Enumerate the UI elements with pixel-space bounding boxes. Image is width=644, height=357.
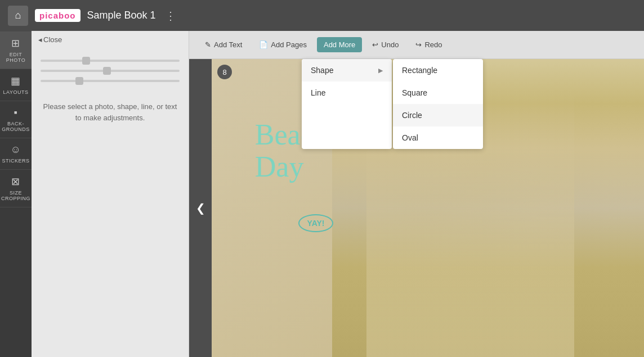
shape-arrow-icon: ▶	[378, 67, 383, 74]
more-options-icon[interactable]: ⋮	[165, 9, 176, 22]
prev-page-icon: ❮	[196, 201, 205, 215]
panel-body: Please select a photo, shape, line, or t…	[32, 48, 189, 357]
stickers-icon: ☺	[11, 144, 21, 156]
slider-thumb-2[interactable]	[103, 67, 111, 75]
shape-menu-item[interactable]: Shape ▶	[302, 59, 392, 82]
sidebar-label-size-cropping: SIZECROPPING	[1, 190, 30, 201]
oval-menu-item[interactable]: Oval	[393, 126, 483, 149]
sidebar-item-size-cropping[interactable]: ⊠ SIZECROPPING	[0, 170, 32, 207]
size-cropping-icon: ⊠	[11, 175, 20, 188]
left-panel: ◂ Close Please select a photo, shape, li…	[32, 31, 189, 357]
shapes-submenu: Rectangle Square Circle Oval	[393, 59, 483, 149]
add-pages-icon: 📄	[259, 40, 268, 49]
line-menu-item[interactable]: Line	[302, 82, 392, 104]
sidebar-item-backgrounds[interactable]: ▪ BACK-GROUNDS	[0, 101, 32, 138]
yay-label: YAY!	[307, 219, 325, 228]
yay-sticker: YAY!	[298, 214, 334, 232]
add-more-label: Add More	[324, 40, 355, 49]
slider-row-1	[41, 60, 180, 62]
add-text-label: Add Text	[214, 40, 242, 49]
slider-row-2	[41, 70, 180, 72]
rectangle-label: Rectangle	[402, 66, 437, 75]
sidebar: ⊞ EDITPHOTO ▦ LAYOUTS ▪ BACK-GROUNDS ☺ S…	[0, 31, 32, 357]
home-icon: ⌂	[15, 10, 21, 21]
close-label: Close	[43, 35, 62, 44]
book-title: Sample Book 1	[87, 10, 156, 21]
sidebar-item-layouts[interactable]: ▦ LAYOUTS	[0, 69, 32, 101]
sidebar-label-stickers: STICKERS	[2, 158, 30, 164]
redo-button[interactable]: ↪ Redo	[409, 37, 449, 52]
circle-menu-item[interactable]: Circle	[393, 104, 483, 126]
slider-track-2[interactable]	[41, 70, 180, 72]
shape-label: Shape	[311, 66, 333, 75]
circle-label: Circle	[402, 111, 422, 120]
undo-button[interactable]: ↩ Undo	[365, 37, 405, 52]
slider-track-3[interactable]	[41, 80, 180, 82]
content-area: ✎ Add Text 📄 Add Pages Add More ↩ Undo ↪…	[189, 31, 644, 357]
backgrounds-icon: ▪	[14, 107, 18, 119]
close-arrow-icon: ◂	[38, 35, 42, 44]
line-label: Line	[311, 88, 325, 97]
close-panel-button[interactable]: ◂ Close	[32, 31, 189, 48]
home-button[interactable]: ⌂	[8, 6, 28, 26]
square-menu-item[interactable]: Square	[393, 82, 483, 104]
logo-image: picaboo	[35, 9, 80, 22]
layouts-icon: ▦	[11, 75, 21, 87]
panel-hint-text: Please select a photo, shape, line, or t…	[41, 101, 180, 123]
sidebar-label-backgrounds: BACK-GROUNDS	[2, 121, 30, 132]
square-label: Square	[402, 88, 427, 97]
sidebar-item-edit-photo[interactable]: ⊞ EDITPHOTO	[0, 31, 32, 69]
sidebar-item-stickers[interactable]: ☺ STICKERS	[0, 138, 32, 170]
prev-page-button[interactable]: ❮	[189, 59, 212, 357]
edit-photo-icon: ⊞	[11, 37, 20, 49]
add-pages-label: Add Pages	[271, 40, 307, 49]
add-pages-button[interactable]: 📄 Add Pages	[252, 37, 314, 52]
add-text-icon: ✎	[205, 40, 211, 49]
slider-row-3	[41, 80, 180, 82]
logo: picaboo	[35, 9, 80, 22]
sidebar-label-edit-photo: EDITPHOTO	[6, 52, 25, 63]
slider-thumb-3[interactable]	[75, 77, 83, 85]
rectangle-menu-item[interactable]: Rectangle	[393, 59, 483, 82]
topbar: ⌂ picaboo Sample Book 1 ⋮	[0, 0, 644, 31]
sidebar-label-layouts: LAYOUTS	[3, 89, 29, 95]
redo-label: Redo	[424, 40, 442, 49]
add-more-button[interactable]: Add More	[317, 37, 362, 52]
main-layout: ⊞ EDITPHOTO ▦ LAYOUTS ▪ BACK-GROUNDS ☺ S…	[0, 31, 644, 357]
slider-thumb-1[interactable]	[82, 57, 90, 65]
undo-label: Undo	[381, 40, 399, 49]
primary-submenu: Shape ▶ Line	[302, 59, 392, 149]
slider-track-1[interactable]	[41, 60, 180, 62]
undo-icon: ↩	[372, 40, 378, 49]
toolbar: ✎ Add Text 📄 Add Pages Add More ↩ Undo ↪…	[189, 31, 644, 59]
oval-label: Oval	[402, 133, 418, 142]
page-number: 8	[217, 65, 232, 79]
redo-icon: ↪	[415, 40, 422, 49]
add-text-button[interactable]: ✎ Add Text	[198, 37, 249, 52]
